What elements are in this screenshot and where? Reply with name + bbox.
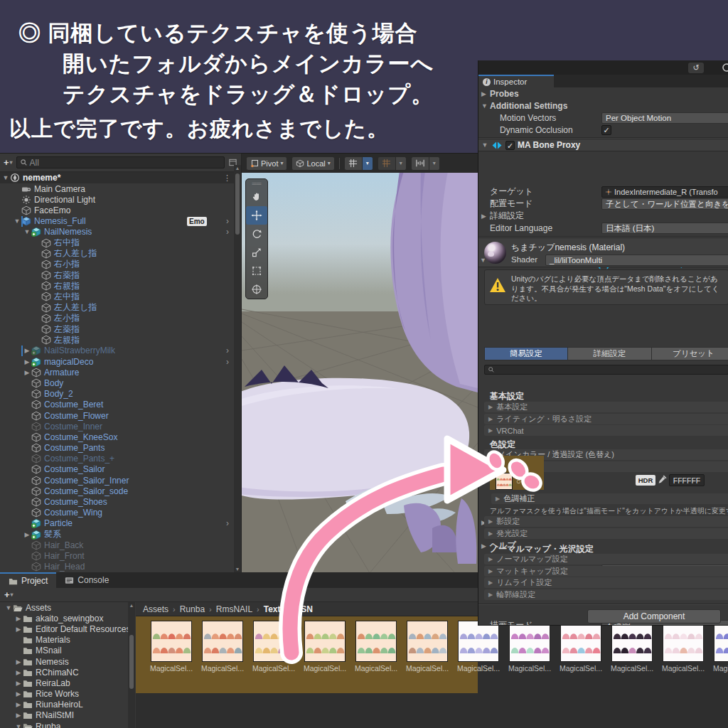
hierarchy-item[interactable]: ▶magicalDeco›: [0, 356, 234, 367]
nail-texture-thumbnail[interactable]: [458, 621, 499, 662]
folder-item[interactable]: Materials: [0, 635, 134, 646]
hierarchy-item[interactable]: 右親指: [0, 281, 234, 291]
fold-icon[interactable]: ▶: [14, 669, 23, 676]
hierarchy-item[interactable]: Body_2: [0, 389, 234, 400]
folder-item[interactable]: ▶ReiraLab: [0, 678, 134, 688]
editor-language-dropdown[interactable]: 日本語 (日本): [601, 223, 728, 234]
texture-asset[interactable]: MagicalSel...: [148, 621, 195, 673]
fold-icon[interactable]: ▶: [14, 626, 23, 633]
breadcrumb-item[interactable]: Runba: [180, 604, 205, 614]
hierarchy-scrollbar[interactable]: ▲ ▼: [234, 165, 241, 572]
nail-texture-thumbnail[interactable]: [202, 621, 243, 662]
hierarchy-item[interactable]: Costume_Wing: [0, 508, 234, 518]
hierarchy-item[interactable]: Costume_Shoes: [0, 496, 234, 507]
tab-簡易設定[interactable]: 簡易設定: [484, 347, 568, 360]
scrollbar-thumb[interactable]: [235, 173, 240, 235]
hand-tool[interactable]: [246, 188, 267, 206]
grid-snap-icon[interactable]: [378, 156, 396, 171]
nail-texture-thumbnail[interactable]: [151, 621, 192, 662]
fold-icon[interactable]: ▶: [23, 531, 31, 538]
tool-strip-handle[interactable]: ══: [246, 179, 267, 188]
material-header[interactable]: ▼ ちまチップnemesis (Material) Shader _lil/li…: [478, 237, 728, 267]
create-asset-button[interactable]: +▾: [4, 589, 14, 600]
breadcrumb-item[interactable]: RmsNAIL: [216, 604, 252, 614]
texture-asset[interactable]: MagicalSel...: [557, 621, 604, 673]
hierarchy-item[interactable]: Costume_Sailor_Inner: [0, 475, 234, 486]
hierarchy-item[interactable]: Costume_Inner: [0, 421, 234, 432]
hierarchy-item[interactable]: 左人差し指: [0, 302, 234, 313]
folder-item[interactable]: ▼Assets: [0, 602, 134, 613]
prefab-chevron-icon[interactable]: ›: [226, 346, 229, 355]
folder-item[interactable]: ▶RNailStMI: [0, 710, 134, 721]
fold-icon[interactable]: ▶: [14, 690, 23, 697]
folder-item[interactable]: ▶RiunaHeiroL: [0, 700, 134, 710]
fold-icon[interactable]: ▶: [14, 712, 23, 719]
texture-asset[interactable]: MagicalSel...: [404, 621, 451, 673]
snap-dropdown-caret[interactable]: ▾: [396, 156, 407, 171]
nail-texture-thumbnail[interactable]: [663, 621, 704, 662]
create-object-button[interactable]: +▾: [4, 157, 13, 168]
fold-icon[interactable]: ▶: [14, 658, 23, 665]
inspector-search-input[interactable]: [484, 365, 728, 375]
hierarchy-item[interactable]: 右中指: [0, 237, 234, 248]
hierarchy-item[interactable]: Costume_Pants_+: [0, 454, 234, 464]
hierarchy-item[interactable]: ▼Nemesis_FullEmo›: [0, 216, 234, 227]
nail-texture-thumbnail[interactable]: [560, 621, 601, 662]
folder-item[interactable]: ▶Editor Default Resources: [0, 623, 134, 634]
hierarchy-item[interactable]: Costume_Pants: [0, 443, 234, 454]
placement-mode-dropdown[interactable]: 子として・ワールド位置と向きを維持: [601, 198, 728, 210]
fold-icon[interactable]: ▶: [14, 680, 23, 687]
scroll-up-icon[interactable]: ▲: [235, 166, 240, 171]
tab-console[interactable]: Console: [56, 572, 117, 588]
hierarchy-item[interactable]: 左小指: [0, 313, 234, 323]
scene-header-row[interactable]: ▼ nememe* ⋮: [0, 172, 241, 183]
folder-item[interactable]: ▶RChimaNC: [0, 667, 134, 678]
foldout-影設定[interactable]: ▶影設定: [484, 516, 728, 527]
hex-color-field[interactable]: FFFFFF: [669, 474, 705, 486]
foldout-マットキャップ設定[interactable]: ▶マットキャップ設定: [484, 566, 728, 577]
hierarchy-item[interactable]: Hair_Front: [0, 550, 234, 561]
tab-プリセット[interactable]: プリセット: [652, 347, 728, 360]
grid-dropdown-caret[interactable]: ▾: [363, 156, 373, 171]
scale-tool[interactable]: [246, 243, 267, 262]
nail-texture-thumbnail[interactable]: [355, 621, 397, 662]
nail-texture-thumbnail[interactable]: [509, 621, 550, 662]
prefab-chevron-icon[interactable]: ›: [226, 518, 229, 528]
ruler-dropdown-caret[interactable]: ▾: [429, 156, 440, 171]
prefab-chevron-icon[interactable]: ›: [226, 227, 229, 237]
probes-foldout[interactable]: ▶Probes: [478, 87, 728, 100]
prefab-chevron-icon[interactable]: ›: [226, 216, 229, 226]
fold-icon[interactable]: ▶: [23, 358, 31, 365]
texture-asset[interactable]: MagicalSel...: [660, 621, 707, 673]
ma-bone-proxy-header[interactable]: ▼ ✓ MA Bone Proxy: [478, 139, 728, 151]
foldout-リムライト設定[interactable]: ▶リムライト設定: [484, 577, 728, 588]
hierarchy-item[interactable]: Body: [0, 378, 234, 388]
hierarchy-item[interactable]: Costume_Flower: [0, 410, 234, 421]
foldout-発光設定[interactable]: ▶発光設定: [484, 528, 728, 539]
hierarchy-item[interactable]: Costume_Sailor: [0, 464, 234, 475]
eyedropper-icon[interactable]: [658, 475, 667, 484]
fold-icon[interactable]: ▼: [23, 228, 31, 235]
texture-asset[interactable]: MagicalSel...: [609, 621, 655, 673]
hierarchy-item[interactable]: 右小指: [0, 259, 234, 269]
folder-item[interactable]: ▼Runba: [0, 721, 134, 728]
hierarchy-item[interactable]: 右人差し指: [0, 248, 234, 259]
rotate-tool[interactable]: [246, 225, 267, 243]
main-color-texture-slot[interactable]: [496, 473, 513, 490]
shader-dropdown[interactable]: _lil/lilToonMulti: [545, 255, 728, 266]
nail-texture-thumbnail[interactable]: [253, 621, 294, 662]
fold-icon[interactable]: ▶: [14, 701, 23, 708]
local-toggle-button[interactable]: Local▾: [291, 156, 334, 171]
transform-tool[interactable]: [246, 280, 267, 299]
hierarchy-item[interactable]: ▶NailStrawberryMilk›: [0, 346, 234, 356]
prefab-chevron-icon[interactable]: ›: [226, 357, 229, 367]
hierarchy-item[interactable]: ▶Armature: [0, 367, 234, 378]
folder-item[interactable]: MSnail: [0, 646, 134, 656]
grid-visibility-icon[interactable]: [344, 156, 363, 171]
hierarchy-item[interactable]: ▶髪系: [0, 529, 234, 540]
texture-asset[interactable]: MagicalSel...: [353, 621, 400, 673]
hierarchy-item[interactable]: FaceEmo: [0, 205, 234, 215]
search-icon[interactable]: [722, 63, 728, 74]
hierarchy-item[interactable]: Costume_KneeSox: [0, 432, 234, 442]
folder-item[interactable]: ▶Rice Works: [0, 689, 134, 700]
